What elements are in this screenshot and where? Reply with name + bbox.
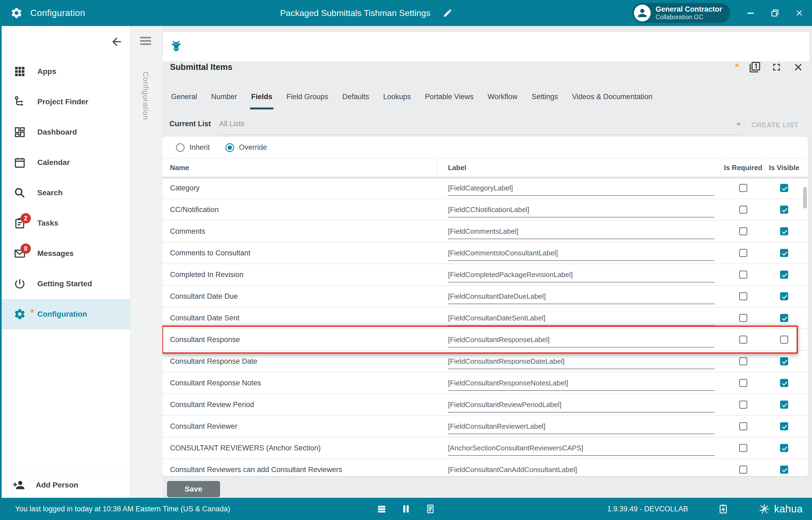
is-visible-checkbox[interactable] xyxy=(780,336,788,344)
sidebar-item-calendar[interactable]: Calendar xyxy=(0,147,130,178)
field-label-input[interactable]: [FieldConsultantCanAddConsultantLabel] xyxy=(437,459,721,476)
sidebar-item-search[interactable]: Search xyxy=(0,178,130,208)
is-visible-checkbox[interactable] xyxy=(780,444,788,452)
table-row-category: Category [FieldCategoryLabel] xyxy=(162,177,808,199)
vertical-scrollbar[interactable] xyxy=(803,187,807,209)
is-required-checkbox[interactable] xyxy=(739,270,747,279)
tab-videos-documentation[interactable]: Videos & Documentation xyxy=(571,93,654,109)
close-window-icon[interactable] xyxy=(795,8,804,18)
inherit-override-radios: InheritOverride xyxy=(162,137,808,158)
sidebar-item-getting-started[interactable]: Getting Started xyxy=(0,269,130,299)
detail-view-icon[interactable] xyxy=(425,503,436,514)
tab-portable-views[interactable]: Portable Views xyxy=(424,93,475,109)
is-visible-checkbox[interactable] xyxy=(780,400,788,409)
tab-lookups[interactable]: Lookups xyxy=(382,93,412,109)
tab-field-groups[interactable]: Field Groups xyxy=(285,93,329,109)
field-label-input[interactable]: [FieldCommentstoConsultantLabel] xyxy=(437,242,721,263)
is-required-checkbox[interactable] xyxy=(739,400,747,409)
content-area: Submittal Items * GeneralNumberFieldsFie… xyxy=(162,26,812,498)
status-bar-right: 1.9.39.49 - DEVCOLLAB kahua xyxy=(607,498,812,520)
top-bar: Configuration Packaged Submittals Tishma… xyxy=(0,0,812,26)
table-row-consultant-response-date: Consultant Response Date [FieldConsultan… xyxy=(162,350,808,372)
tab-general[interactable]: General xyxy=(170,93,198,109)
top-bar-right: General Contractor Collaboration GC xyxy=(632,0,812,26)
is-required-checkbox[interactable] xyxy=(739,227,747,235)
sidebar-item-apps[interactable]: Apps xyxy=(0,56,130,87)
current-list-dropdown[interactable]: All Lists xyxy=(219,120,245,128)
is-visible-checkbox[interactable] xyxy=(780,314,788,322)
is-required-checkbox[interactable] xyxy=(739,292,747,301)
close-panel-icon[interactable] xyxy=(792,61,804,73)
is-required-checkbox[interactable] xyxy=(739,379,747,387)
table-row-consultant-response-notes: Consultant Response Notes [FieldConsulta… xyxy=(162,372,808,393)
field-label-input[interactable]: [FieldCCNotificationLabel] xyxy=(437,199,721,220)
field-label-input[interactable]: [AnchorSectionConsultantReviewersCAPS] xyxy=(437,437,721,459)
sidebar-item-configuration[interactable]: * Configuration xyxy=(0,299,130,329)
sidebar-item-add-person[interactable]: Add Person xyxy=(0,472,130,498)
is-required-checkbox[interactable] xyxy=(739,336,747,344)
field-name: Comments xyxy=(162,221,437,242)
is-visible-checkbox[interactable] xyxy=(780,379,788,387)
field-label-input[interactable]: [FieldCommentsLabel] xyxy=(437,221,721,242)
is-visible-checkbox[interactable] xyxy=(780,206,788,214)
configuration-rail: Configuration xyxy=(131,26,162,498)
is-visible-checkbox[interactable] xyxy=(780,270,788,279)
save-button[interactable]: Save xyxy=(167,481,220,497)
minimize-icon[interactable] xyxy=(746,8,755,18)
is-visible-checkbox[interactable] xyxy=(780,357,788,365)
menu-icon[interactable] xyxy=(140,37,151,47)
field-label-input[interactable]: [FieldConsultanDateSentLabel] xyxy=(437,307,721,329)
notification-badge: 8 xyxy=(21,243,31,254)
is-required-checkbox[interactable] xyxy=(739,206,747,214)
field-label-input[interactable]: [FieldConsultantResponseDateLabel] xyxy=(437,351,721,372)
tab-defaults[interactable]: Defaults xyxy=(341,93,370,109)
is-visible-checkbox[interactable] xyxy=(780,422,788,431)
notification-badge: 2 xyxy=(21,213,31,224)
edit-pencil-icon[interactable] xyxy=(443,8,453,18)
is-required-checkbox[interactable] xyxy=(739,422,747,431)
tab-number[interactable]: Number xyxy=(210,93,238,109)
field-label-input[interactable]: [FieldConsultantReviewPeriodLabel] xyxy=(437,394,721,415)
tab-settings[interactable]: Settings xyxy=(531,93,559,109)
tab-workflow[interactable]: Workflow xyxy=(486,93,519,109)
tab-fields[interactable]: Fields xyxy=(250,93,273,109)
field-label-input[interactable]: [FieldConsultantDateDueLabel] xyxy=(437,286,721,307)
is-visible-checkbox[interactable] xyxy=(780,227,788,235)
field-label-input[interactable]: [FieldConsultantResponseLabel] xyxy=(437,329,721,350)
field-label-input[interactable]: [FieldCategoryLabel] xyxy=(437,177,721,199)
sidebar-item-messages[interactable]: 8 Messages xyxy=(0,238,130,269)
is-required-checkbox[interactable] xyxy=(739,444,747,452)
dashboard-icon xyxy=(13,126,26,138)
field-label-input[interactable]: [FieldConsultantResponseNotesLabel] xyxy=(437,372,721,393)
avatar xyxy=(634,5,651,21)
radio-inherit[interactable]: Inherit xyxy=(176,143,210,152)
collapse-sidebar-icon[interactable] xyxy=(110,35,123,48)
is-required-checkbox[interactable] xyxy=(739,357,747,365)
restore-window-icon[interactable] xyxy=(770,8,780,18)
chevron-down-icon[interactable] xyxy=(736,123,741,126)
duplicate-view-icon[interactable] xyxy=(749,61,761,73)
sidebar-item-tasks[interactable]: 2 Tasks xyxy=(0,208,130,238)
field-label-input[interactable]: [FieldConsultanReviewerLabel] xyxy=(437,416,721,437)
fullscreen-icon[interactable] xyxy=(771,61,782,73)
table-row-consultant-response: Consultant Response [FieldConsultantResp… xyxy=(162,329,808,350)
is-visible-checkbox[interactable] xyxy=(780,292,788,301)
is-required-checkbox[interactable] xyxy=(739,466,747,474)
field-label-input[interactable]: [FieldCompletedPackageRevisionLabel] xyxy=(437,264,721,285)
sidebar-item-dashboard[interactable]: Dashboard xyxy=(0,117,130,147)
is-visible-checkbox[interactable] xyxy=(780,249,788,257)
is-required-checkbox[interactable] xyxy=(739,184,747,192)
user-account-button[interactable]: General Contractor Collaboration GC xyxy=(632,3,730,23)
is-visible-checkbox[interactable] xyxy=(780,184,788,192)
current-list-underline[interactable] xyxy=(219,134,742,135)
create-list-button[interactable]: CREATE LIST xyxy=(751,121,799,129)
sidebar-item-project-finder[interactable]: Project Finder xyxy=(0,87,130,117)
radio-label: Override xyxy=(239,143,267,152)
columns-view-icon[interactable] xyxy=(400,503,412,514)
radio-override[interactable]: Override xyxy=(225,143,267,152)
clipboard-activity-icon[interactable] xyxy=(718,503,729,514)
is-visible-checkbox[interactable] xyxy=(780,466,788,474)
is-required-checkbox[interactable] xyxy=(739,314,747,322)
is-required-checkbox[interactable] xyxy=(739,249,747,257)
list-view-icon[interactable] xyxy=(376,503,387,514)
